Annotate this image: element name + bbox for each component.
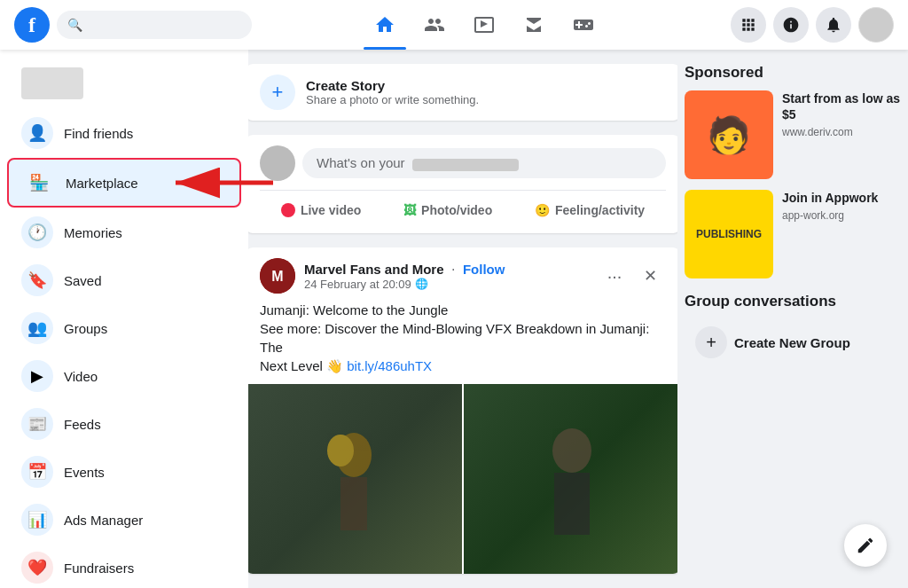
nav-watch[interactable] bbox=[463, 4, 505, 46]
live-video-button[interactable]: Live video bbox=[270, 198, 372, 223]
compose-fab[interactable] bbox=[844, 524, 887, 567]
post-text-line2: See more: Discover the Mind-Blowing VFX … bbox=[260, 319, 666, 357]
find-friends-icon: 👤 bbox=[21, 117, 53, 149]
create-story-subtitle: Share a photo or write something. bbox=[306, 93, 479, 106]
right-sidebar: Sponsored 🧑 Start from as low as $5 www.… bbox=[677, 50, 908, 588]
sidebar-item-label: Find friends bbox=[64, 126, 133, 141]
events-icon: 📅 bbox=[21, 456, 53, 488]
sidebar-item-label: Saved bbox=[64, 273, 102, 288]
live-dot-icon bbox=[281, 203, 295, 217]
post-date: 24 February at 20:09 bbox=[304, 278, 411, 291]
svg-rect-4 bbox=[340, 477, 367, 530]
post-input-field[interactable]: What's on your bbox=[302, 148, 666, 177]
video-icon: ▶ bbox=[21, 360, 53, 392]
nav-home[interactable] bbox=[364, 4, 406, 46]
post-placeholder-text: What's on your bbox=[317, 155, 405, 170]
create-story-text: Create Story Share a photo or write some… bbox=[306, 78, 479, 106]
feeling-icon: 🙂 bbox=[535, 203, 550, 217]
svg-point-6 bbox=[552, 428, 591, 473]
bell-icon[interactable] bbox=[816, 7, 851, 43]
feeds-icon: 📰 bbox=[21, 408, 53, 440]
post-header: M Marvel Fans and More · Follow 24 Febru… bbox=[248, 247, 677, 301]
saved-icon: 🔖 bbox=[21, 264, 53, 296]
sidebar-item-memories[interactable]: 🕐 Memories bbox=[7, 209, 241, 255]
sponsored-title: Sponsored bbox=[685, 64, 901, 82]
grid-menu-icon[interactable] bbox=[731, 7, 766, 43]
sidebar-item-label: Marketplace bbox=[66, 176, 138, 191]
sidebar-item-events[interactable]: 📅 Events bbox=[7, 449, 241, 495]
post-close-button[interactable]: ✕ bbox=[634, 260, 666, 292]
topnav-right bbox=[716, 7, 894, 43]
search-bar[interactable]: 🔍 bbox=[57, 11, 252, 39]
create-new-group-button[interactable]: + Create New Group bbox=[685, 319, 901, 365]
create-story-icon: + bbox=[260, 74, 295, 110]
sidebar-item-feeds[interactable]: 📰 Feeds bbox=[7, 401, 241, 447]
svg-point-5 bbox=[327, 435, 354, 466]
sidebar-item-video[interactable]: ▶ Video bbox=[7, 353, 241, 399]
sidebar-item-label: Feeds bbox=[64, 417, 101, 432]
post-link[interactable]: bit.ly/486uhTX bbox=[347, 358, 432, 373]
plus-circle-icon: + bbox=[695, 326, 727, 358]
sidebar-item-ads-manager[interactable]: 📊 Ads Manager bbox=[7, 497, 241, 543]
sidebar-item-fundraisers[interactable]: ❤️ Fundraisers bbox=[7, 545, 241, 588]
globe-icon: 🌐 bbox=[415, 278, 428, 290]
photo-icon: 🖼 bbox=[403, 203, 416, 217]
main-feed: + Create Story Share a photo or write so… bbox=[248, 50, 677, 588]
search-icon: 🔍 bbox=[67, 18, 82, 32]
ad-person-icon: 🧑 bbox=[707, 114, 751, 156]
svg-text:M: M bbox=[271, 269, 283, 284]
page-avatar: M bbox=[260, 258, 295, 294]
fundraisers-icon: ❤️ bbox=[21, 552, 53, 584]
post-placeholder-blurred bbox=[412, 159, 519, 171]
sidebar-item-label: Video bbox=[64, 369, 98, 384]
follow-button[interactable]: Follow bbox=[463, 262, 505, 277]
sponsored-section: Sponsored 🧑 Start from as low as $5 www.… bbox=[685, 64, 901, 278]
svg-rect-7 bbox=[554, 473, 590, 535]
ad-url-2: app-work.org bbox=[782, 209, 901, 222]
group-conv-title: Group conversations bbox=[685, 293, 901, 310]
feeling-label: Feeling/activity bbox=[555, 203, 645, 217]
memories-icon: 🕐 bbox=[21, 216, 53, 248]
feed-post: M Marvel Fans and More · Follow 24 Febru… bbox=[248, 247, 677, 574]
sidebar-user-profile[interactable] bbox=[7, 60, 241, 106]
nav-marketplace[interactable] bbox=[513, 4, 555, 46]
nav-gaming[interactable] bbox=[562, 4, 605, 46]
sidebar-item-find-friends[interactable]: 👤 Find friends bbox=[7, 110, 241, 156]
ad-image-1: 🧑 bbox=[685, 90, 773, 179]
sidebar-item-label: Events bbox=[64, 465, 105, 480]
post-date-line: 24 February at 20:09 🌐 bbox=[304, 278, 590, 291]
publishing-label: PUBLISHING bbox=[696, 228, 762, 240]
feeling-activity-button[interactable]: 🙂 Feeling/activity bbox=[524, 198, 655, 223]
main-layout: 👤 Find friends 🏪 Marketplace 🕐 Memories … bbox=[0, 50, 908, 588]
photo-video-button[interactable]: 🖼 Photo/video bbox=[393, 198, 503, 223]
post-page-name[interactable]: Marvel Fans and More bbox=[304, 262, 444, 277]
post-image-right bbox=[464, 384, 677, 574]
post-menu-button[interactable]: ··· bbox=[599, 260, 630, 292]
sidebar-item-label: Memories bbox=[64, 225, 122, 240]
facebook-logo[interactable]: f bbox=[14, 7, 50, 43]
photo-video-label: Photo/video bbox=[421, 203, 492, 217]
topnav: f 🔍 bbox=[0, 0, 908, 50]
ad-title-1: Start from as low as $5 bbox=[782, 90, 901, 122]
profile-avatar[interactable] bbox=[858, 7, 894, 43]
sidebar-item-groups[interactable]: 👥 Groups bbox=[7, 305, 241, 351]
messenger-icon[interactable] bbox=[773, 7, 809, 43]
sidebar-item-label: Groups bbox=[64, 321, 107, 336]
ad-info-2: Join in Appwork app-work.org bbox=[782, 190, 901, 222]
groups-icon: 👥 bbox=[21, 312, 53, 344]
post-image-left-bg bbox=[248, 384, 462, 574]
post-action-bar: Live video 🖼 Photo/video 🙂 Feeling/activ… bbox=[260, 190, 666, 223]
post-composer-top: What's on your bbox=[260, 145, 666, 181]
create-story-card[interactable]: + Create Story Share a photo or write so… bbox=[248, 64, 677, 121]
ad-item-1[interactable]: 🧑 Start from as low as $5 www.deriv.com bbox=[685, 90, 901, 179]
ad-info-1: Start from as low as $5 www.deriv.com bbox=[782, 90, 901, 138]
sidebar-item-saved[interactable]: 🔖 Saved bbox=[7, 257, 241, 303]
ads-manager-icon: 📊 bbox=[21, 504, 53, 536]
create-story-title: Create Story bbox=[306, 78, 479, 93]
ad-url-1: www.deriv.com bbox=[782, 126, 901, 138]
sidebar-item-marketplace[interactable]: 🏪 Marketplace bbox=[7, 158, 241, 208]
group-conversations-section: Group conversations + Create New Group bbox=[685, 293, 901, 365]
ad-item-2[interactable]: PUBLISHING Join in Appwork app-work.org bbox=[685, 190, 901, 278]
post-text: Jumanji: Welcome to the Jungle See more:… bbox=[248, 301, 677, 384]
nav-friends[interactable] bbox=[413, 4, 456, 46]
